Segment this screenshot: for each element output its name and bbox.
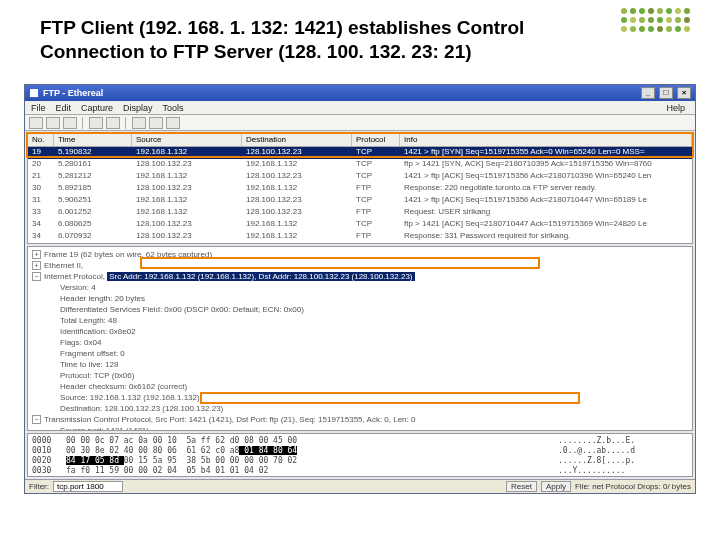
col-no[interactable]: No. [28,134,54,146]
tree-toggle[interactable]: − [32,272,41,281]
packet-list-pane[interactable]: No. Time Source Destination Protocol Inf… [27,133,693,244]
detail-ip-field: Protocol: TCP (0x06) [32,370,688,381]
hex-row: 000000 00 0c 07 ac 0a 00 10 5a ff 62 d0 … [32,436,688,446]
detail-ip-addresses: Src Addr: 192.168.1.132 (192.168.1.132),… [107,272,414,281]
ethereal-window: FTP - Ethereal _ □ × File Edit Capture D… [24,84,696,494]
cell-src: 192.168.1.132 [132,171,242,183]
detail-ip-field: Version: 4 [32,282,688,293]
cell-proto: TCP [352,159,400,171]
cell-info: ftp > 1421 [ACK] Seq=2180710447 Ack=1519… [400,219,692,231]
status-right: File: net Protocol Drops: 0/ bytes [575,482,691,491]
tree-toggle[interactable]: + [32,261,41,270]
cell-proto: FTP [352,207,400,219]
col-time[interactable]: Time [54,134,132,146]
detail-ip-label: Internet Protocol, [44,272,105,281]
minimize-button[interactable]: _ [641,87,655,99]
col-destination[interactable]: Destination [242,134,352,146]
detail-tcp-field: Source port: 1421 (1421) [32,425,688,431]
cell-no: 30 [28,183,54,195]
cell-proto: FTP [352,183,400,195]
toolbar-btn[interactable] [106,117,120,129]
app-icon [29,88,39,98]
cell-time: 5.280161 [54,159,132,171]
cell-info: Response: 331 Password required for siri… [400,231,692,243]
menu-file[interactable]: File [31,103,46,113]
packet-row[interactable]: 315.906251192.168.1.132128.100.132.23TCP… [28,195,692,207]
packet-row[interactable]: 346.080625128.100.132.23192.168.1.132TCP… [28,219,692,231]
tree-toggle[interactable]: + [32,250,41,259]
cell-time: 5.906251 [54,195,132,207]
menu-display[interactable]: Display [123,103,153,113]
detail-ip-field: Destination: 128.100.132.23 (128.100.132… [32,403,688,414]
hex-row: 001000 30 8e 02 40 00 80 06 61 62 c0 a8 … [32,446,688,456]
cell-time: 5.892185 [54,183,132,195]
titlebar[interactable]: FTP - Ethereal _ □ × [25,85,695,101]
toolbar-btn[interactable] [63,117,77,129]
cell-time: 6.080625 [54,219,132,231]
detail-tcp-label: Transmission Control Protocol, [44,415,153,424]
detail-ethernet: Ethernet II, [44,261,83,270]
detail-ip-field: Flags: 0x04 [32,337,688,348]
cell-no: 20 [28,159,54,171]
cell-no: 33 [28,207,54,219]
toolbar-btn[interactable] [132,117,146,129]
cell-src: 128.100.132.23 [132,159,242,171]
close-button[interactable]: × [677,87,691,99]
maximize-button[interactable]: □ [659,87,673,99]
cell-proto: TCP [352,195,400,207]
cell-time: 6.070932 [54,231,132,243]
packet-row[interactable]: 195.190832192.168.1.132128.100.132.23TCP… [28,147,692,159]
reset-button[interactable]: Reset [506,481,537,492]
apply-button[interactable]: Apply [541,481,571,492]
cell-no: 34 [28,231,54,243]
cell-proto: FTP [352,231,400,243]
menu-capture[interactable]: Capture [81,103,113,113]
slide-title: FTP Client (192. 168. 1. 132: 1421) esta… [40,16,600,64]
packet-row[interactable]: 336.001252192.168.1.132128.100.132.23FTP… [28,207,692,219]
cell-dst: 192.168.1.132 [242,231,352,243]
toolbar-btn[interactable] [149,117,163,129]
col-protocol[interactable]: Protocol [352,134,400,146]
cell-info: Request: USER sirikang [400,207,692,219]
hex-row: 002084 17 05 8d 00 15 5a 95 38 5b 00 00 … [32,456,688,466]
cell-info: 1421 > ftp [ACK] Seq=1519715356 Ack=2180… [400,195,692,207]
filter-input[interactable] [53,481,123,492]
detail-ip-field: Differentiated Services Field: 0x00 (DSC… [32,304,688,315]
detail-ip-field: Total Length: 48 [32,315,688,326]
col-info[interactable]: Info [400,134,692,146]
cell-time: 5.281212 [54,171,132,183]
cell-dst: 128.100.132.23 [242,195,352,207]
decorative-dots [621,8,690,32]
detail-ip-field: Identification: 0x8e02 [32,326,688,337]
menu-help[interactable]: Help [666,103,685,113]
packet-row[interactable]: 215.281212192.168.1.132128.100.132.23TCP… [28,171,692,183]
hex-dump-pane[interactable]: 000000 00 0c 07 ac 0a 00 10 5a ff 62 d0 … [27,433,693,477]
tree-toggle[interactable]: − [32,415,41,424]
packet-row[interactable]: 346.070932128.100.132.23192.168.1.132FTP… [28,231,692,243]
toolbar-btn[interactable] [89,117,103,129]
window-title: FTP - Ethereal [43,88,103,98]
cell-dst: 192.168.1.132 [242,159,352,171]
cell-dst: 128.100.132.23 [242,171,352,183]
detail-ip-field: Fragment offset: 0 [32,348,688,359]
detail-ip-field: Time to live: 128 [32,359,688,370]
col-source[interactable]: Source [132,134,242,146]
hex-row: 0030fa f0 11 59 00 00 02 04 05 b4 01 01 … [32,466,688,476]
packet-row[interactable]: 305.892185128.100.132.23192.168.1.132FTP… [28,183,692,195]
cell-proto: TCP [352,147,400,159]
detail-frame: Frame 19 (62 bytes on wire, 62 bytes cap… [44,250,212,259]
detail-ip-field: Source: 192.168.1.132 (192.168.1.132) [32,392,688,403]
cell-info: 1421 > ftp [SYN] Seq=1519715355 Ack=0 Wi… [400,147,692,159]
menu-tools[interactable]: Tools [163,103,184,113]
toolbar-btn[interactable] [29,117,43,129]
cell-info: Response: 220 negotiate.toronto.ca FTP s… [400,183,692,195]
filter-label: Filter: [29,482,49,491]
menu-edit[interactable]: Edit [56,103,72,113]
toolbar-btn[interactable] [46,117,60,129]
cell-dst: 192.168.1.132 [242,219,352,231]
packet-detail-pane[interactable]: +Frame 19 (62 bytes on wire, 62 bytes ca… [27,246,693,431]
packet-row[interactable]: 205.280161128.100.132.23192.168.1.132TCP… [28,159,692,171]
cell-time: 6.001252 [54,207,132,219]
toolbar-btn[interactable] [166,117,180,129]
statusbar: Filter: Reset Apply File: net Protocol D… [25,479,695,493]
